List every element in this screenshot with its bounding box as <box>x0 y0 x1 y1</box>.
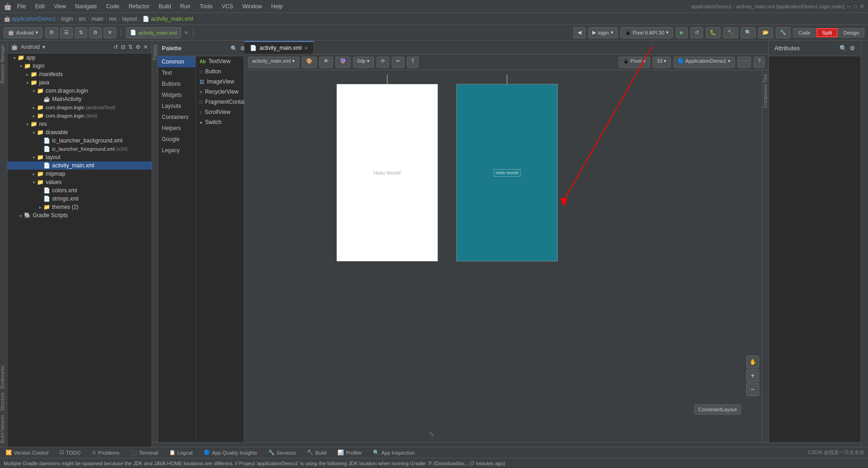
breadcrumb-item-0[interactable]: applicationDemo1 <box>12 16 56 22</box>
tree-item-values[interactable]: ▾ 📁 values <box>7 178 152 186</box>
breadcrumb-item-2[interactable]: src <box>78 16 86 22</box>
tree-item-app[interactable]: ▾ 📁 app <box>7 53 152 62</box>
debug-btn[interactable]: 🐛 <box>706 27 720 38</box>
menu-navigate[interactable]: Navigate <box>71 2 100 11</box>
build-btn[interactable]: 🔨 <box>723 27 738 38</box>
palette-cat-buttons[interactable]: Buttons <box>158 78 195 89</box>
palette-cat-google[interactable]: Google <box>158 134 195 145</box>
attributes-search-icon[interactable]: 🔍 <box>839 45 847 52</box>
sort-btn[interactable]: ⇅ <box>75 27 87 38</box>
structure-strip[interactable]: Structure <box>0 392 7 411</box>
close-btn[interactable]: ✕ <box>860 3 864 10</box>
pencil-btn[interactable]: ✏ <box>392 57 404 68</box>
tree-item-drawable[interactable]: ▾ 📁 drawable <box>7 128 152 136</box>
tree-item-strings[interactable]: 📄 strings.xml <box>7 195 152 203</box>
maximize-btn[interactable]: □ <box>854 3 857 10</box>
more-btn[interactable]: ⋯ <box>738 57 751 68</box>
api-btn[interactable]: 🔵 ApplicationDemo1 ▾ <box>673 57 735 68</box>
tree-sort-icon[interactable]: ⇅ <box>128 44 133 50</box>
breadcrumb-item-5[interactable]: layout <box>122 16 137 22</box>
version-control-btn[interactable]: 🔀 Version Control <box>4 450 50 456</box>
tree-item-androidtest[interactable]: ▸ 📁 com.dragon.login (androidTest) <box>7 103 152 112</box>
tree-item-gradle-scripts[interactable]: ▸ 🐘 Gradle Scripts <box>7 211 152 219</box>
editor-tab-activity-main[interactable]: 📄 activity_main.xml ✕ <box>244 41 314 54</box>
tree-item-com-dragon[interactable]: ▾ 📁 com.dragon.login <box>7 87 152 95</box>
tree-item-mipmap[interactable]: ▸ 📁 mipmap <box>7 170 152 178</box>
zoom-out-btn[interactable]: − <box>746 383 759 396</box>
tree-settings-icon[interactable]: ⚙ <box>136 44 141 50</box>
search-global-btn[interactable]: 🔍 <box>741 27 756 38</box>
tree-item-java[interactable]: ▾ 📁 java <box>7 78 152 87</box>
tree-item-ic-foreground[interactable]: 📄 ic_launcher_foreground.xml (v24) <box>7 145 152 153</box>
android-dropdown[interactable]: 🤖 Android ▾ <box>4 27 42 38</box>
breadcrumb-item-1[interactable]: login <box>61 16 73 22</box>
magnet-btn[interactable]: 🔮 <box>336 57 350 68</box>
activity-tab[interactable]: 📄 activity_main.xml <box>126 27 181 38</box>
menu-vcs[interactable]: VCS <box>218 2 237 11</box>
palette-cat-helpers[interactable]: Helpers <box>158 123 195 134</box>
tree-item-activity-main[interactable]: 📄 activity_main.xml <box>7 161 152 170</box>
sdk-btn[interactable]: 🔧 <box>776 27 791 38</box>
services-btn[interactable]: 🔧 Services <box>266 450 298 456</box>
app-quality-btn[interactable]: 🔵 App Quality Insights <box>202 450 259 456</box>
palette-cat-containers[interactable]: Containers <box>158 112 195 123</box>
build-btn[interactable]: 🔨 Build <box>305 450 328 456</box>
problems-btn[interactable]: ⚠ Problems <box>90 450 121 456</box>
split-view-btn[interactable]: Split <box>816 28 837 37</box>
tree-item-ic-background[interactable]: 📄 ic_launcher_background.xml <box>7 136 152 145</box>
tree-item-colors[interactable]: 📄 colors.xml <box>7 186 152 195</box>
list-btn[interactable]: ☰ <box>60 27 73 38</box>
design-view-btn[interactable]: Design <box>838 28 864 37</box>
palette-cat-layouts[interactable]: Layouts <box>158 101 195 112</box>
sync-btn[interactable]: ⚙ <box>45 27 58 38</box>
device-selector-btn[interactable]: 📱 Pixel ▾ <box>619 57 650 68</box>
build-variants-strip[interactable]: Build Variants <box>0 415 7 443</box>
dp-btn[interactable]: 0dp ▾ <box>353 57 374 68</box>
terminal-btn[interactable]: ⬛ Terminal <box>129 450 160 456</box>
resource-manager-strip[interactable]: Resource Manager <box>0 44 7 83</box>
hand-tool-btn[interactable]: ✋ <box>746 355 759 368</box>
back-btn[interactable]: ◀ <box>573 27 585 38</box>
horizontal-scrollbar[interactable] <box>152 442 861 447</box>
menu-view[interactable]: View <box>50 2 70 11</box>
text-btn[interactable]: T <box>407 57 419 68</box>
tree-item-test[interactable]: ▸ 📁 com.dragon.login (test) <box>7 112 152 120</box>
close-panel-btn[interactable]: ✕ <box>104 27 116 38</box>
breadcrumb-item-xml[interactable]: 📄 activity_main.xml <box>142 16 193 22</box>
palette-search-icon[interactable]: 🔍 <box>230 45 237 52</box>
tree-item-login[interactable]: ▾ 📁 login <box>7 62 152 70</box>
tree-item-layout[interactable]: ▾ 📁 layout <box>7 153 152 161</box>
menu-code[interactable]: Code <box>102 2 123 11</box>
menu-edit[interactable]: Edit <box>31 2 48 11</box>
menu-refactor[interactable]: Refactor <box>125 2 153 11</box>
device-btn[interactable]: 📱 Pixel 6 API 30 ▾ <box>620 27 673 38</box>
tree-collapse-icon[interactable]: ⊟ <box>121 44 125 50</box>
run-config-btn[interactable]: ▶ login ▾ <box>588 27 617 38</box>
tree-close-icon[interactable]: ✕ <box>143 44 148 50</box>
phone-screen-white[interactable]: Hello World! <box>337 84 438 261</box>
file-dropdown-btn[interactable]: activity_main.xml ▾ <box>248 57 299 68</box>
menu-run[interactable]: Run <box>177 2 194 11</box>
tree-item-res[interactable]: ▾ 📁 res <box>7 120 152 128</box>
tab-close-btn[interactable]: ✕ <box>304 46 308 51</box>
device-file-btn[interactable]: 📂 <box>758 27 773 38</box>
palette-cat-text[interactable]: Text <box>158 67 195 78</box>
phone-screen-teal[interactable]: Hello World! <box>456 84 558 261</box>
zoom-in-btn[interactable]: + <box>746 369 759 382</box>
zoom-btn[interactable]: 33 ▾ <box>653 57 671 68</box>
component-tree-label[interactable]: Component Tree <box>763 74 768 108</box>
tree-item-mainactivity[interactable]: ☕ MainActivity <box>7 95 152 103</box>
logcat-btn[interactable]: 📋 Logcat <box>167 450 195 456</box>
menu-window[interactable]: Window <box>239 2 266 11</box>
profiler-btn[interactable]: 📊 Profiler <box>336 450 364 456</box>
code-view-btn[interactable]: Code <box>793 28 815 37</box>
tree-item-manifests[interactable]: ▸ 📁 manifests <box>7 70 152 78</box>
orient-btn[interactable]: 🎨 <box>302 57 317 68</box>
help-btn[interactable]: ? <box>754 57 765 68</box>
bookmarks-strip[interactable]: Bookmarks <box>0 366 7 389</box>
minimize-btn[interactable]: ─ <box>847 3 851 10</box>
transform-btn[interactable]: ⟳ <box>377 57 389 68</box>
todo-btn[interactable]: ☑ TODO <box>58 450 83 456</box>
palette-cat-legacy[interactable]: Legacy <box>158 145 195 156</box>
palette-cat-common[interactable]: Common <box>158 56 195 67</box>
